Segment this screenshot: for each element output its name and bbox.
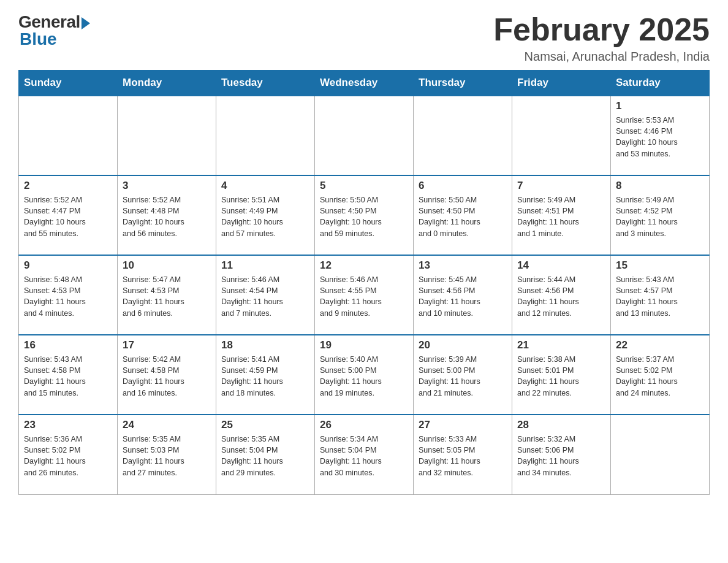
- calendar-cell: 25Sunrise: 5:35 AM Sunset: 5:04 PM Dayli…: [216, 415, 315, 494]
- calendar-cell: 20Sunrise: 5:39 AM Sunset: 5:00 PM Dayli…: [414, 335, 512, 415]
- day-info: Sunrise: 5:43 AM Sunset: 4:58 PM Dayligh…: [24, 354, 112, 399]
- calendar-cell: 7Sunrise: 5:49 AM Sunset: 4:51 PM Daylig…: [512, 175, 611, 255]
- day-number: 10: [123, 259, 211, 272]
- day-number: 16: [24, 339, 112, 351]
- calendar-cell: 6Sunrise: 5:50 AM Sunset: 4:50 PM Daylig…: [414, 175, 512, 255]
- calendar-week-1: 1Sunrise: 5:53 AM Sunset: 4:46 PM Daylig…: [19, 96, 710, 175]
- calendar-cell: 9Sunrise: 5:48 AM Sunset: 4:53 PM Daylig…: [19, 255, 118, 335]
- calendar-cell: 4Sunrise: 5:51 AM Sunset: 4:49 PM Daylig…: [216, 175, 315, 255]
- day-number: 24: [123, 419, 211, 431]
- day-info: Sunrise: 5:44 AM Sunset: 4:56 PM Dayligh…: [517, 274, 605, 319]
- title-area: February 2025 Namsai, Arunachal Pradesh,…: [493, 12, 710, 64]
- day-number: 23: [24, 419, 112, 431]
- day-number: 4: [221, 180, 309, 192]
- calendar-cell: 10Sunrise: 5:47 AM Sunset: 4:53 PM Dayli…: [118, 255, 216, 335]
- day-info: Sunrise: 5:33 AM Sunset: 5:05 PM Dayligh…: [419, 434, 507, 478]
- day-number: 25: [221, 419, 309, 431]
- calendar-cell: 12Sunrise: 5:46 AM Sunset: 4:55 PM Dayli…: [315, 255, 414, 335]
- calendar-cell: [118, 96, 216, 175]
- calendar-cell: 17Sunrise: 5:42 AM Sunset: 4:58 PM Dayli…: [118, 335, 216, 415]
- calendar-cell: 3Sunrise: 5:52 AM Sunset: 4:48 PM Daylig…: [118, 175, 216, 255]
- col-header-friday: Friday: [512, 71, 611, 96]
- calendar-week-5: 23Sunrise: 5:36 AM Sunset: 5:02 PM Dayli…: [19, 415, 710, 494]
- day-number: 20: [419, 339, 507, 351]
- calendar-cell: 22Sunrise: 5:37 AM Sunset: 5:02 PM Dayli…: [611, 335, 710, 415]
- calendar-cell: [512, 96, 611, 175]
- day-info: Sunrise: 5:51 AM Sunset: 4:49 PM Dayligh…: [221, 194, 309, 239]
- calendar-cell: 2Sunrise: 5:52 AM Sunset: 4:47 PM Daylig…: [19, 175, 118, 255]
- day-number: 19: [320, 339, 408, 351]
- calendar-cell: [216, 96, 315, 175]
- day-number: 14: [517, 259, 605, 272]
- day-info: Sunrise: 5:35 AM Sunset: 5:04 PM Dayligh…: [221, 434, 309, 478]
- day-number: 17: [123, 339, 211, 351]
- calendar-cell: 16Sunrise: 5:43 AM Sunset: 4:58 PM Dayli…: [19, 335, 118, 415]
- calendar-week-3: 9Sunrise: 5:48 AM Sunset: 4:53 PM Daylig…: [19, 255, 710, 335]
- day-number: 3: [123, 180, 211, 192]
- calendar-cell: 28Sunrise: 5:32 AM Sunset: 5:06 PM Dayli…: [512, 415, 611, 494]
- calendar-cell: [19, 96, 118, 175]
- location-label: Namsai, Arunachal Pradesh, India: [493, 50, 710, 64]
- logo-blue-text: Blue: [20, 29, 57, 49]
- day-number: 8: [616, 180, 704, 192]
- day-number: 12: [320, 259, 408, 272]
- calendar-cell: 26Sunrise: 5:34 AM Sunset: 5:04 PM Dayli…: [315, 415, 414, 494]
- calendar-cell: 19Sunrise: 5:40 AM Sunset: 5:00 PM Dayli…: [315, 335, 414, 415]
- col-header-wednesday: Wednesday: [315, 71, 414, 96]
- day-number: 21: [517, 339, 605, 351]
- col-header-tuesday: Tuesday: [216, 71, 315, 96]
- calendar-week-2: 2Sunrise: 5:52 AM Sunset: 4:47 PM Daylig…: [19, 175, 710, 255]
- day-info: Sunrise: 5:46 AM Sunset: 4:54 PM Dayligh…: [221, 274, 309, 319]
- day-info: Sunrise: 5:50 AM Sunset: 4:50 PM Dayligh…: [419, 194, 507, 239]
- day-number: 7: [517, 180, 605, 192]
- day-info: Sunrise: 5:38 AM Sunset: 5:01 PM Dayligh…: [517, 354, 605, 399]
- calendar-cell: 13Sunrise: 5:45 AM Sunset: 4:56 PM Dayli…: [414, 255, 512, 335]
- day-number: 5: [320, 180, 408, 192]
- day-info: Sunrise: 5:40 AM Sunset: 5:00 PM Dayligh…: [320, 354, 408, 399]
- day-number: 18: [221, 339, 309, 351]
- day-number: 26: [320, 419, 408, 431]
- day-info: Sunrise: 5:42 AM Sunset: 4:58 PM Dayligh…: [123, 354, 211, 399]
- day-info: Sunrise: 5:36 AM Sunset: 5:02 PM Dayligh…: [24, 434, 112, 478]
- day-info: Sunrise: 5:37 AM Sunset: 5:02 PM Dayligh…: [616, 354, 704, 399]
- day-number: 1: [616, 100, 704, 112]
- day-info: Sunrise: 5:45 AM Sunset: 4:56 PM Dayligh…: [419, 274, 507, 319]
- page-header: General Blue February 2025 Namsai, Aruna…: [18, 12, 710, 64]
- calendar-cell: 1Sunrise: 5:53 AM Sunset: 4:46 PM Daylig…: [611, 96, 710, 175]
- col-header-saturday: Saturday: [611, 71, 710, 96]
- calendar-cell: [315, 96, 414, 175]
- calendar-cell: 5Sunrise: 5:50 AM Sunset: 4:50 PM Daylig…: [315, 175, 414, 255]
- day-number: 13: [419, 259, 507, 272]
- day-info: Sunrise: 5:34 AM Sunset: 5:04 PM Dayligh…: [320, 434, 408, 478]
- logo-arrow-icon: [82, 17, 90, 29]
- day-number: 2: [24, 180, 112, 192]
- col-header-monday: Monday: [118, 71, 216, 96]
- calendar-week-4: 16Sunrise: 5:43 AM Sunset: 4:58 PM Dayli…: [19, 335, 710, 415]
- day-info: Sunrise: 5:32 AM Sunset: 5:06 PM Dayligh…: [517, 434, 605, 478]
- calendar-cell: 15Sunrise: 5:43 AM Sunset: 4:57 PM Dayli…: [611, 255, 710, 335]
- calendar-cell: 27Sunrise: 5:33 AM Sunset: 5:05 PM Dayli…: [414, 415, 512, 494]
- calendar-cell: 8Sunrise: 5:49 AM Sunset: 4:52 PM Daylig…: [611, 175, 710, 255]
- day-info: Sunrise: 5:46 AM Sunset: 4:55 PM Dayligh…: [320, 274, 408, 319]
- day-info: Sunrise: 5:39 AM Sunset: 5:00 PM Dayligh…: [419, 354, 507, 399]
- day-info: Sunrise: 5:48 AM Sunset: 4:53 PM Dayligh…: [24, 274, 112, 319]
- day-info: Sunrise: 5:35 AM Sunset: 5:03 PM Dayligh…: [123, 434, 211, 478]
- day-info: Sunrise: 5:52 AM Sunset: 4:48 PM Dayligh…: [123, 194, 211, 239]
- day-info: Sunrise: 5:47 AM Sunset: 4:53 PM Dayligh…: [123, 274, 211, 319]
- day-number: 9: [24, 259, 112, 272]
- month-title: February 2025: [493, 12, 710, 47]
- day-info: Sunrise: 5:43 AM Sunset: 4:57 PM Dayligh…: [616, 274, 704, 319]
- day-info: Sunrise: 5:50 AM Sunset: 4:50 PM Dayligh…: [320, 194, 408, 239]
- day-info: Sunrise: 5:49 AM Sunset: 4:51 PM Dayligh…: [517, 194, 605, 239]
- day-number: 28: [517, 419, 605, 431]
- day-number: 22: [616, 339, 704, 351]
- day-number: 11: [221, 259, 309, 272]
- day-number: 27: [419, 419, 507, 431]
- calendar-cell: [414, 96, 512, 175]
- calendar-table: SundayMondayTuesdayWednesdayThursdayFrid…: [18, 70, 710, 495]
- logo: General Blue: [18, 12, 90, 49]
- calendar-cell: 24Sunrise: 5:35 AM Sunset: 5:03 PM Dayli…: [118, 415, 216, 494]
- day-number: 15: [616, 259, 704, 272]
- day-info: Sunrise: 5:53 AM Sunset: 4:46 PM Dayligh…: [616, 115, 704, 159]
- col-header-thursday: Thursday: [414, 71, 512, 96]
